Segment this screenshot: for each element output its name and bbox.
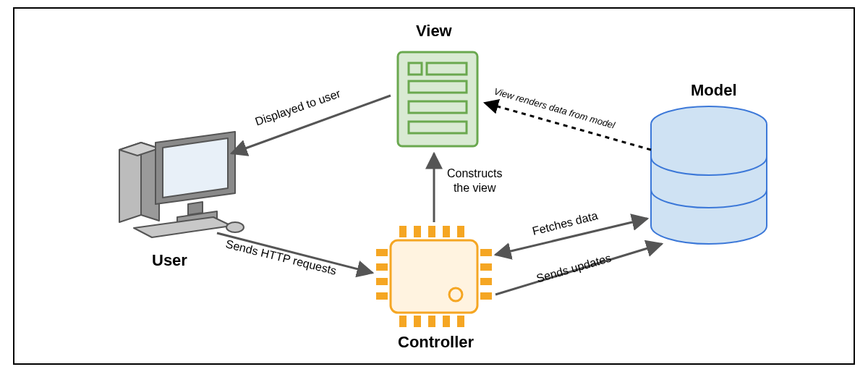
svg-rect-12: [428, 226, 435, 237]
svg-rect-25: [480, 263, 492, 271]
edge-label-constructs: Constructs the view: [447, 166, 502, 195]
svg-rect-20: [376, 249, 388, 256]
svg-rect-22: [376, 278, 388, 285]
svg-rect-11: [414, 226, 421, 237]
svg-rect-8: [391, 240, 477, 313]
svg-rect-21: [376, 263, 388, 271]
view-icon: [398, 52, 477, 146]
svg-rect-16: [414, 316, 421, 327]
svg-rect-24: [480, 249, 492, 256]
svg-rect-13: [443, 226, 450, 237]
svg-rect-26: [480, 278, 492, 285]
svg-rect-27: [480, 292, 492, 300]
svg-rect-15: [399, 316, 407, 327]
svg-rect-10: [399, 226, 407, 237]
svg-point-7: [226, 222, 244, 232]
model-label: Model: [691, 81, 737, 100]
svg-rect-23: [376, 292, 388, 300]
view-label: View: [416, 22, 452, 41]
svg-rect-19: [457, 316, 464, 327]
model-icon: [651, 106, 767, 244]
svg-rect-14: [457, 226, 464, 237]
diagram-frame: View Model User Controller Displayed to …: [13, 7, 855, 365]
svg-rect-18: [443, 316, 450, 327]
svg-rect-17: [428, 316, 435, 327]
controller-label: Controller: [398, 333, 474, 352]
user-icon: [119, 132, 244, 237]
controller-icon: [376, 226, 492, 327]
user-label: User: [152, 251, 187, 270]
